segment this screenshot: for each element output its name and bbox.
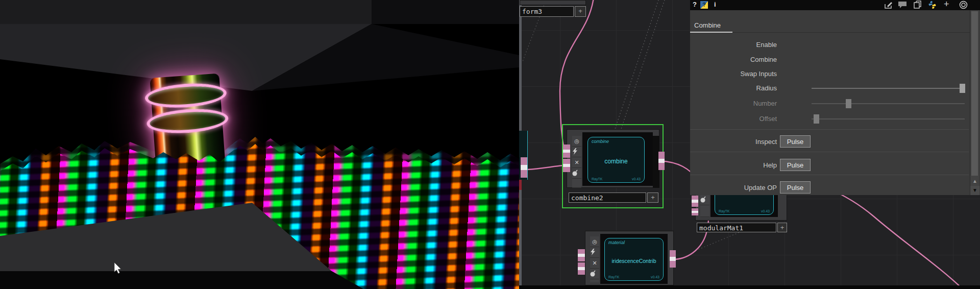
node-form3-flag-button[interactable]: + bbox=[575, 6, 586, 17]
python-help-icon[interactable]: ? bbox=[700, 1, 708, 9]
combine-label: Combine bbox=[690, 56, 777, 63]
panel-topbar: ? ? i + bbox=[690, 0, 980, 10]
iridescence-input-connector-1[interactable] bbox=[578, 249, 585, 261]
node-iridescence-tile[interactable]: material iridescenceContrib RayTK v0.43 bbox=[604, 238, 664, 281]
scrollbar-thumb[interactable] bbox=[971, 11, 978, 176]
number-slider-handle bbox=[846, 99, 851, 108]
inspect-pulse-button[interactable]: Pulse bbox=[780, 135, 811, 148]
radius-slider-track[interactable] bbox=[812, 88, 965, 89]
add-icon[interactable]: + bbox=[944, 0, 949, 8]
row-divider bbox=[690, 175, 969, 175]
node-library: RayTK bbox=[592, 177, 602, 181]
flash-icon[interactable] bbox=[590, 247, 599, 258]
mouse-cursor-icon bbox=[114, 262, 124, 275]
swap-inputs-label: Swap Inputs bbox=[690, 70, 777, 78]
tab-combine[interactable]: Combine bbox=[694, 21, 721, 29]
render-viewport[interactable] bbox=[0, 0, 519, 289]
number-slider-track bbox=[812, 103, 965, 104]
node-form3-nametag[interactable]: form3 bbox=[520, 6, 574, 17]
comment-icon[interactable] bbox=[898, 1, 907, 9]
viewer-icon[interactable]: ◎ bbox=[572, 136, 581, 147]
edit-icon[interactable] bbox=[884, 1, 893, 9]
node-category: material bbox=[608, 240, 625, 245]
combine2-input-connector-2[interactable] bbox=[563, 159, 570, 172]
node-version: v0.43 bbox=[632, 177, 641, 181]
python-icon[interactable] bbox=[928, 1, 937, 9]
help-icon[interactable]: ? bbox=[693, 1, 697, 9]
panel-scrollbar[interactable]: ▲ ▼ bbox=[970, 10, 979, 195]
offset-label: Offset bbox=[690, 115, 777, 123]
node-modularmat-flag-button[interactable]: + bbox=[777, 223, 787, 232]
update-op-label: Update OP bbox=[690, 184, 777, 191]
offset-slider-track bbox=[812, 118, 965, 119]
node-library: RayTK bbox=[608, 275, 619, 279]
node-category: combine bbox=[592, 139, 609, 144]
modularmat-input-connector-2[interactable] bbox=[692, 208, 698, 215]
inspect-label: Inspect bbox=[690, 138, 777, 146]
node-library: RayTK bbox=[719, 209, 729, 213]
modularmat-input-connector-1[interactable] bbox=[692, 196, 698, 207]
row-divider bbox=[690, 152, 969, 152]
bomb-icon[interactable] bbox=[590, 269, 599, 279]
scroll-up-icon[interactable]: ▲ bbox=[970, 177, 979, 186]
ceiling-plane bbox=[0, 0, 372, 24]
bypass-icon[interactable]: ✕ bbox=[590, 258, 599, 269]
radius-slider-handle[interactable] bbox=[960, 84, 965, 93]
parameter-panel: Combine Enable On Combine Round Union ▼ … bbox=[690, 10, 980, 195]
node-modularmat-nametag[interactable]: modularMat1 bbox=[697, 223, 776, 232]
node-version: v0.43 bbox=[761, 209, 770, 213]
bottom-strip bbox=[519, 285, 980, 289]
scroll-down-icon[interactable]: ▼ bbox=[970, 186, 979, 195]
row-divider bbox=[690, 129, 969, 130]
node-form3-body[interactable] bbox=[520, 0, 586, 5]
node-combine2-flag-button[interactable]: + bbox=[647, 192, 658, 203]
node-iridescence[interactable]: ◎ ✕ material iridescenceContrib RayTK v0… bbox=[585, 231, 674, 285]
combine2-output-connector[interactable] bbox=[658, 152, 665, 170]
node-combine2[interactable]: ◎ ✕ combine combine RayTK v0.43 bbox=[567, 129, 659, 188]
enable-label: Enable bbox=[690, 41, 777, 49]
node-title: combine bbox=[588, 158, 644, 165]
clipped-node-output-connector[interactable] bbox=[521, 157, 527, 178]
wire-left-to-combine[interactable] bbox=[527, 165, 563, 170]
node-version: v0.43 bbox=[651, 275, 659, 279]
iridescence-input-connector-2[interactable] bbox=[578, 262, 585, 275]
radius-label: Radius bbox=[690, 84, 777, 92]
flash-icon[interactable] bbox=[572, 147, 581, 157]
combine2-input-connector-1[interactable] bbox=[563, 144, 570, 158]
tab-active-underline bbox=[690, 32, 732, 33]
node-modularmat[interactable]: RayTK v0.43 bbox=[695, 194, 787, 221]
bypass-icon[interactable]: ✕ bbox=[572, 157, 581, 168]
dashed-guide bbox=[614, 0, 659, 132]
bomb-icon[interactable] bbox=[700, 195, 709, 205]
node-combine2-tile[interactable]: combine combine RayTK v0.43 bbox=[587, 137, 645, 183]
node-title: iridescenceContrib bbox=[605, 258, 663, 264]
copy-icon[interactable] bbox=[913, 1, 922, 9]
offset-slider-handle bbox=[814, 114, 819, 124]
viewer-icon[interactable]: ◎ bbox=[590, 236, 599, 247]
info-icon[interactable]: i bbox=[714, 1, 716, 9]
dashed-guide bbox=[620, 0, 666, 132]
help-pulse-button[interactable]: Pulse bbox=[780, 159, 811, 171]
help-label: Help bbox=[690, 161, 777, 169]
number-label: Number bbox=[690, 100, 777, 107]
bomb-icon[interactable] bbox=[572, 168, 581, 179]
target-icon[interactable] bbox=[959, 1, 968, 9]
clipped-error-node bbox=[519, 180, 522, 190]
node-combine2-nametag[interactable]: combine2 bbox=[569, 192, 646, 203]
ceiling-plane-right bbox=[372, 0, 519, 24]
app-window: form3 + ◎ ✕ combine combine RayTK v0.43 bbox=[0, 0, 980, 289]
update-op-pulse-button[interactable]: Pulse bbox=[780, 181, 811, 194]
iridescence-output-connector[interactable] bbox=[670, 250, 676, 268]
